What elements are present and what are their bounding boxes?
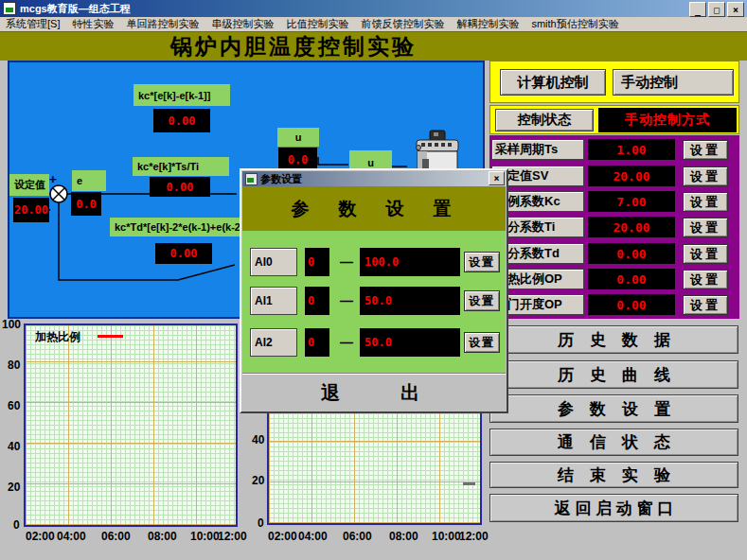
formula1-value: 0.00 xyxy=(153,109,210,132)
ai0-label: AI0 xyxy=(250,248,297,276)
chart2-xtick-0600: 06:00 xyxy=(343,530,372,543)
chart1-ytick-40: 40 xyxy=(8,440,20,453)
chart1-legend-line xyxy=(98,335,123,338)
control-status-value: 手动控制方式 xyxy=(598,108,737,132)
chart1-ytick-20: 20 xyxy=(8,481,20,494)
parameter-panel: 采样周期Ts 1.00 设置 给定值SV 20.00 设置 比例系数Kc 7.0… xyxy=(489,135,739,319)
menu-system[interactable]: 系统管理[S] xyxy=(6,17,60,31)
chart1-xtick-0800: 08:00 xyxy=(148,530,177,543)
application-window: mcgs教育版—组态工程 _ □ × 系统管理[S] 特性实验 单回路控制实验 … xyxy=(0,0,747,560)
plus-sign: + xyxy=(49,172,57,186)
chart2-xtick-0800: 08:00 xyxy=(389,530,418,543)
maximize-button[interactable]: □ xyxy=(708,2,725,17)
menu-bar: 系统管理[S] 特性实验 单回路控制实验 串级控制实验 比值控制实验 前馈反馈控… xyxy=(0,17,747,31)
menu-characteristic[interactable]: 特性实验 xyxy=(72,17,114,31)
menu-ratio[interactable]: 比值控制实验 xyxy=(286,17,348,31)
chart1-xtick-0400: 04:00 xyxy=(57,530,86,543)
page-title: 锅炉内胆温度控制实验 xyxy=(170,32,417,61)
set-button-ti[interactable]: 设置 xyxy=(683,218,728,237)
dialog-header: 参 数 设 置 xyxy=(242,186,506,231)
ai2-set-button[interactable]: 设置 xyxy=(464,332,500,353)
chart2-ytick-20: 20 xyxy=(252,474,264,487)
menu-decoupling[interactable]: 解耦控制实验 xyxy=(456,17,519,31)
status-strip: 控制状态 手动控制方式 xyxy=(489,105,739,134)
chart2-ytick-40: 40 xyxy=(252,433,264,446)
dialog-icon xyxy=(245,173,258,185)
u1-label: u xyxy=(277,128,319,147)
dialog-body: AI0 0 — 100.0 设置 AI1 0 — 50.0 设置 AI2 0 —… xyxy=(242,231,506,373)
chart2-xtick-1200: 12:00 xyxy=(459,530,489,543)
param-value-kc: 7.00 xyxy=(588,191,675,212)
parameter-setting-button[interactable]: 参 数 设 置 xyxy=(489,394,738,423)
manual-control-button[interactable]: 手动控制 xyxy=(613,69,734,96)
menu-smith[interactable]: smith预估控制实验 xyxy=(531,17,618,31)
menu-single-loop[interactable]: 单回路控制实验 xyxy=(126,17,199,31)
chart2-current-value-marker xyxy=(463,482,475,485)
chart2-xtick-1000: 10:00 xyxy=(432,530,461,543)
history-data-button[interactable]: 历 史 数 据 xyxy=(489,325,738,354)
menu-feedforward[interactable]: 前馈反馈控制实验 xyxy=(361,17,444,31)
ai0-low-value[interactable]: 0 xyxy=(305,248,329,276)
formula2-value: 0.00 xyxy=(150,177,210,197)
comm-status-button[interactable]: 通 信 状 态 xyxy=(489,429,738,456)
ai1-range-dash: — xyxy=(334,287,359,315)
formula3-value: 0.00 xyxy=(155,243,212,264)
ai2-label: AI2 xyxy=(250,328,297,357)
chart1-legend-label: 加热比例 xyxy=(35,329,80,345)
set-button-sv[interactable]: 设置 xyxy=(683,166,728,186)
param-value-ti: 20.00 xyxy=(588,217,675,237)
mode-strip: 计算机控制 手动控制 xyxy=(489,61,739,103)
heating-trend-chart: 加热比例 xyxy=(24,324,238,527)
end-experiment-button[interactable]: 结 束 实 验 xyxy=(489,462,738,488)
history-curve-button[interactable]: 历 史 曲 线 xyxy=(489,360,738,389)
set-button-ts[interactable]: 设置 xyxy=(683,140,728,160)
setpoint-value: 20.00 xyxy=(13,198,49,222)
ai1-high-value[interactable]: 50.0 xyxy=(360,287,460,315)
return-start-window-button[interactable]: 返 回 启 动 窗 口 xyxy=(489,494,738,522)
dialog-titlebar[interactable]: 参数设置 xyxy=(242,171,506,186)
param-value-ts: 1.00 xyxy=(588,139,675,160)
dialog-close-button[interactable]: × xyxy=(489,171,505,185)
setpoint-label: 设定值 xyxy=(9,174,49,196)
ai1-label: AI1 xyxy=(250,287,297,315)
chart1-xtick-0200: 02:00 xyxy=(26,530,55,543)
ai1-low-value[interactable]: 0 xyxy=(305,287,329,315)
window-title: mcgs教育版—组态工程 xyxy=(20,2,131,16)
ai0-high-value[interactable]: 100.0 xyxy=(360,248,460,276)
ai2-low-value[interactable]: 0 xyxy=(305,328,329,357)
chart1-ytick-80: 80 xyxy=(8,359,20,372)
formula-integral: kc*e[k]*Ts/Ti xyxy=(133,157,229,176)
error-value: 0.0 xyxy=(71,192,101,216)
formula-derivative-prev: kc*[e[k]-e[k-1]] xyxy=(133,84,230,106)
dialog-exit-button[interactable]: 退 出 xyxy=(242,373,506,411)
set-button-heat-op[interactable]: 设置 xyxy=(683,270,728,289)
menu-cascade[interactable]: 串级控制实验 xyxy=(211,17,274,31)
page-banner: 锅炉内胆温度控制实验 xyxy=(0,31,747,61)
set-button-valve-op[interactable]: 设置 xyxy=(683,295,728,315)
ai2-high-value[interactable]: 50.0 xyxy=(360,328,460,357)
param-value-valve-op: 0.00 xyxy=(588,294,675,315)
chart1-ytick-60: 60 xyxy=(8,399,20,412)
set-button-kc[interactable]: 设置 xyxy=(683,192,728,212)
chart2-ytick-0: 0 xyxy=(258,516,264,530)
set-button-td[interactable]: 设置 xyxy=(683,244,728,264)
ai1-set-button[interactable]: 设置 xyxy=(464,290,500,311)
parameter-dialog: 参数设置 × 参 数 设 置 AI0 0 — 100.0 设置 AI1 0 — … xyxy=(240,168,508,413)
chart1-xtick-1200: 12:00 xyxy=(218,530,247,543)
formula-derivative: kc*Td*[e[k]-2*e(k-1)+e(k-2)]/ xyxy=(110,218,261,236)
minimize-button[interactable]: _ xyxy=(689,2,706,17)
dialog-title: 参数设置 xyxy=(260,172,302,186)
computer-control-button[interactable]: 计算机控制 xyxy=(500,69,606,96)
app-icon xyxy=(3,2,16,15)
chart1-ytick-0: 0 xyxy=(13,518,20,532)
chart2-xtick-0200: 02:00 xyxy=(268,530,297,543)
close-button[interactable]: × xyxy=(727,2,744,17)
window-titlebar[interactable]: mcgs教育版—组态工程 _ □ × xyxy=(0,0,747,17)
param-value-td: 0.00 xyxy=(588,243,675,264)
ai0-set-button[interactable]: 设置 xyxy=(464,252,500,272)
ai2-range-dash: — xyxy=(334,328,359,357)
ai0-range-dash: — xyxy=(334,248,359,276)
param-value-sv: 20.00 xyxy=(588,166,675,186)
chart1-xtick-0600: 06:00 xyxy=(101,530,131,543)
control-status-label: 控制状态 xyxy=(495,109,594,131)
